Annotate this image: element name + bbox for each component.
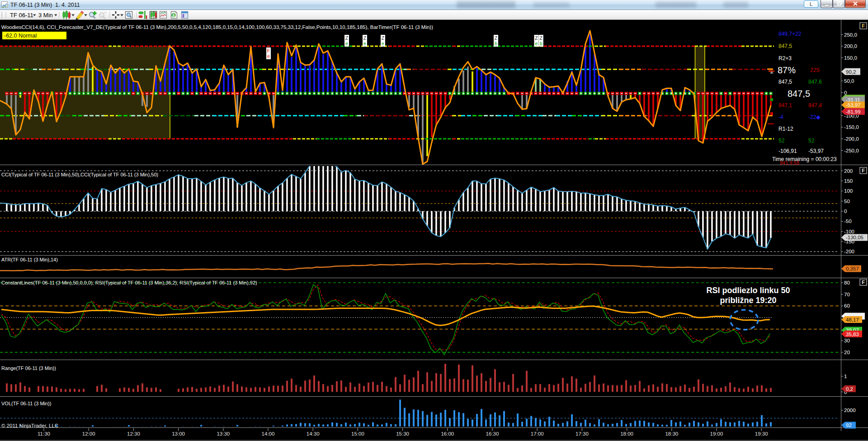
svg-text:-53,97: -53,97	[846, 102, 861, 108]
svg-text:150: 150	[844, 178, 853, 184]
svg-text:e: e	[345, 41, 348, 46]
svg-text:F: F	[862, 280, 865, 285]
svg-text:2000: 2000	[844, 408, 856, 413]
svg-text:F: F	[267, 48, 270, 53]
svg-text:b: b	[540, 41, 542, 46]
svg-text:0,357: 0,357	[846, 266, 859, 271]
svg-text:847,5: 847,5	[778, 43, 792, 49]
svg-text:12:30: 12:30	[127, 431, 140, 436]
svg-text:92: 92	[846, 422, 852, 428]
svg-text:847,6: 847,6	[808, 79, 822, 85]
svg-text:-81,99: -81,99	[846, 109, 861, 114]
svg-text:50: 50	[844, 199, 850, 204]
svg-text:20: 20	[844, 350, 850, 355]
svg-text:70: 70	[844, 292, 850, 297]
svg-text:WoodiesCCI(14,6), CCI_Forecast: WoodiesCCI(14,6), CCI_Forecaster_V7_DE(T…	[1, 24, 433, 30]
svg-text:-200: -200	[844, 249, 854, 254]
svg-text:18:00: 18:00	[620, 431, 633, 436]
svg-text:0: 0	[844, 209, 847, 214]
svg-text:Range(TF 06-11 (3 Min)): Range(TF 06-11 (3 Min))	[1, 365, 56, 371]
svg-text:-50: -50	[844, 218, 852, 224]
svg-text:17:30: 17:30	[576, 431, 589, 436]
svg-text:847,4: 847,4	[808, 102, 822, 109]
svg-text:-53,97: -53,97	[808, 148, 824, 154]
svg-text:200: 200	[844, 168, 853, 174]
svg-text:14:30: 14:30	[307, 431, 320, 436]
svg-text:R2+3: R2+3	[778, 55, 792, 62]
svg-text:ConstantLines(TF 06-11 (3 Min): ConstantLines(TF 06-11 (3 Min),50,0,0,0)…	[1, 280, 257, 285]
svg-text:-150,0: -150,0	[844, 124, 859, 130]
svg-text:-130,05: -130,05	[846, 235, 863, 240]
svg-text:13:30: 13:30	[217, 431, 230, 436]
svg-text:0,2: 0,2	[846, 386, 853, 392]
svg-text:Z: Z	[363, 35, 367, 41]
svg-text:849,7+22: 849,7+22	[778, 31, 802, 37]
svg-text:150,0: 150,0	[844, 55, 857, 61]
svg-text:Z: Z	[540, 35, 543, 41]
svg-text:17:00: 17:00	[531, 431, 544, 436]
svg-text:22S: 22S	[810, 67, 820, 73]
svg-text:847,1: 847,1	[778, 102, 792, 109]
svg-text:847,5: 847,5	[788, 89, 810, 99]
svg-text:60: 60	[844, 303, 850, 308]
svg-text:$: $	[172, 13, 175, 18]
svg-text:14:00: 14:00	[262, 431, 275, 436]
svg-text:e: e	[267, 53, 270, 59]
svg-text:F: F	[862, 168, 865, 173]
svg-text:Z: Z	[535, 35, 538, 41]
svg-text:3 Min: 3 Min	[38, 12, 53, 19]
svg-text:1: 1	[844, 374, 847, 379]
svg-text:RSI podliezlo linku 50: RSI podliezlo linku 50	[706, 286, 790, 295]
svg-text:ATR(TF 06-11 (3 Min),14): ATR(TF 06-11 (3 Min),14)	[1, 257, 58, 262]
svg-text:16:00: 16:00	[441, 431, 454, 436]
svg-text:52: 52	[808, 138, 815, 144]
svg-text:-106,91: -106,91	[778, 148, 797, 154]
svg-text:52: 52	[778, 138, 785, 144]
svg-text:e: e	[535, 41, 538, 46]
svg-text:87%: 87%	[778, 65, 796, 75]
svg-text:b: b	[495, 41, 497, 46]
svg-text:30: 30	[844, 338, 850, 343]
svg-text:19:00: 19:00	[710, 431, 723, 436]
svg-text:18:30: 18:30	[665, 431, 678, 436]
svg-text:35,83: 35,83	[846, 332, 859, 337]
svg-text:90,2: 90,2	[846, 69, 856, 75]
svg-text:11:30: 11:30	[38, 431, 50, 436]
svg-text:F: F	[862, 23, 865, 28]
svg-text:-200,0: -200,0	[844, 136, 859, 142]
svg-text:približne 19:20: približne 19:20	[720, 296, 776, 305]
svg-text:13:00: 13:00	[172, 431, 185, 436]
svg-text:Z: Z	[382, 35, 385, 41]
svg-text:100: 100	[844, 188, 853, 194]
svg-text:CCI(Typical of TF 06-11 (3 Min: CCI(Typical of TF 06-11 (3 Min),50),CCI(…	[1, 172, 158, 177]
svg-text:VOL(TF 06-11 (3 Min)): VOL(TF 06-11 (3 Min))	[1, 401, 51, 406]
svg-text:-250,0: -250,0	[844, 148, 859, 153]
svg-text:Z: Z	[345, 35, 349, 41]
svg-text:-22◆: -22◆	[808, 114, 821, 120]
svg-text:250,0: 250,0	[844, 32, 857, 38]
svg-text:TF 06-11: TF 06-11	[10, 12, 33, 19]
svg-text:16:30: 16:30	[486, 431, 499, 436]
svg-text:15:30: 15:30	[396, 431, 409, 436]
svg-text:847,5: 847,5	[778, 79, 792, 85]
svg-text:-100: -100	[844, 229, 854, 234]
svg-text:50,0: 50,0	[844, 78, 854, 84]
svg-text:48,17: 48,17	[846, 317, 859, 322]
svg-text:© 2011 NinjaTrader, LLC: © 2011 NinjaTrader, LLC	[1, 423, 58, 428]
svg-text:e: e	[363, 41, 366, 46]
svg-text:Z: Z	[495, 35, 498, 41]
svg-text:0: 0	[844, 90, 847, 95]
svg-text:200,0: 200,0	[844, 43, 857, 49]
svg-text:80: 80	[844, 280, 850, 285]
svg-text:R1-12: R1-12	[778, 126, 793, 132]
svg-text:-62,0 Normal: -62,0 Normal	[4, 33, 37, 39]
svg-text:15:00: 15:00	[351, 431, 364, 436]
svg-text:e: e	[382, 41, 384, 46]
svg-text:12:00: 12:00	[82, 431, 95, 436]
svg-text:-4: -4	[778, 114, 783, 120]
svg-text:19:30: 19:30	[755, 431, 768, 436]
